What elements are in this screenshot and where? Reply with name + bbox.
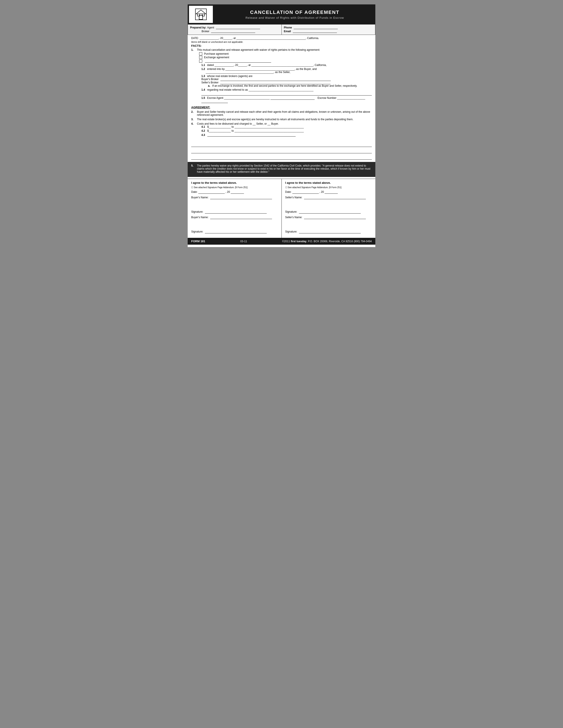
buyer-sig-row: Signature: (191, 210, 278, 214)
buyer-date-year-label: 20 (227, 190, 230, 193)
buyer-sig-label: Signature: (191, 210, 203, 213)
buyer-name2-label: Buyer's Name: (191, 216, 208, 219)
buyer-date-field[interactable] (198, 190, 225, 194)
item3-num: 3. (191, 118, 195, 121)
broker-field[interactable] (211, 30, 255, 33)
checkbox-purchase-box[interactable] (199, 52, 202, 55)
seller-name2-field[interactable] (304, 216, 366, 219)
buyer-date-row: Date: , 20 (191, 190, 278, 194)
prepared-left: Prepared by: Agent Broker (188, 24, 282, 35)
item1-text: This mutual cancellation and release agr… (197, 48, 320, 51)
escrow-agent-field[interactable] (270, 96, 315, 100)
seller-sig-field[interactable] (299, 210, 361, 214)
signature-section: I agree to the terms stated above. ☐ See… (188, 179, 375, 238)
sub14-line[interactable] (201, 92, 372, 96)
blank-line-3 (191, 156, 372, 160)
seller-year-field[interactable] (325, 190, 338, 194)
email-field[interactable] (293, 30, 337, 33)
sub14-num: 1.4 (201, 88, 205, 91)
logo-area (188, 4, 214, 24)
brand-name: first tuesday (291, 240, 307, 243)
seller-date-row: Date: , 20 (285, 190, 372, 194)
broker-label: Broker (201, 30, 209, 33)
checkbox-exchange-box[interactable] (199, 56, 202, 59)
footer-address: P.O. BOX 20069, Riverside, CA 92516 (800… (308, 240, 372, 243)
sellers-broker-field[interactable] (220, 81, 331, 84)
house-icon (194, 8, 207, 21)
blank-line-1 (191, 143, 372, 147)
item-5: 5. The parties hereby waive any rights p… (191, 164, 372, 173)
checkbox-purchase-label: Purchase agreement (204, 52, 228, 55)
content-area: DATE: _____________, 20______, at ______… (188, 35, 375, 141)
seller-sig-row: Signature: (285, 210, 372, 214)
item4-text: Costs and fees to be disbursed and charg… (197, 122, 278, 125)
seller-date-field[interactable] (292, 190, 319, 194)
subtitle: Release and Waiver of Rights with Distri… (245, 16, 344, 19)
seller-agree-text: I agree to the terms stated above. (285, 181, 372, 184)
buyer-sig2-label: Signature: (191, 230, 203, 233)
buyers-broker-field[interactable] (220, 78, 331, 81)
item1-num: 1. (191, 48, 195, 104)
seller-name2-row: Seller's Name: (285, 216, 372, 219)
prepared-right: Phone Email (282, 24, 375, 35)
checkbox-exchange: Exchange agreement (199, 56, 372, 59)
buyer-sig2-field[interactable] (205, 230, 267, 233)
phone-field[interactable] (294, 26, 338, 29)
title-block: CANCELLATION OF AGREEMENT Release and Wa… (214, 4, 375, 24)
item4-content: Costs and fees to be disbursed and charg… (197, 122, 372, 137)
broker-line: Broker (190, 30, 279, 33)
seller-name-label: Seller's Name: (285, 196, 303, 199)
sub-1-5: 1.5 Escrow Agent _______________________… (201, 96, 372, 103)
checkbox-other-box[interactable] (199, 60, 202, 63)
seller-sig-label: Signature: (285, 210, 298, 213)
sub-1-1: 1.1 dated _____________, 20______, at __… (201, 64, 372, 67)
sub12-text-b: ________________________________________… (206, 71, 290, 74)
item2-content: Buyer and Seller hereby cancel and relea… (197, 110, 372, 116)
buyer-name2-field[interactable] (210, 216, 272, 219)
sub-1-3-a: a. If an exchange is involved, the first… (208, 84, 372, 87)
buyer-sig2-row: Signature: (191, 230, 278, 233)
seller-sig-section: I agree to the terms stated above. ☐ See… (282, 179, 376, 238)
buyer-agree-text: I agree to the terms stated above. (191, 181, 278, 184)
sub43-field[interactable] (207, 133, 296, 137)
sub12-text: entered into by ________________________… (207, 68, 317, 71)
buyer-name-label: Buyer's Name: (191, 196, 208, 199)
seller-sig2-field[interactable] (299, 230, 361, 233)
item5-num: 5. (191, 164, 195, 173)
sub15-text: Escrow Agent ___________________________… (207, 96, 270, 99)
checkbox-purchase: Purchase agreement (199, 52, 372, 55)
buyer-year-field[interactable] (231, 190, 244, 194)
checkbox-other (199, 59, 372, 63)
item3-text: The real estate broker(s) and escrow age… (197, 118, 353, 121)
sub-1-4: 1.4 regarding real estate referred to as… (201, 88, 372, 96)
item-4: 4. Costs and fees to be disbursed and ch… (191, 122, 372, 137)
escrow-number-field[interactable] (201, 100, 228, 103)
checkbox-group: Purchase agreement Exchange agreement (199, 52, 372, 63)
seller-name-field[interactable] (304, 196, 366, 199)
sub42-num: 4.2 (201, 129, 205, 132)
blank-lines-area (191, 143, 372, 160)
seller-name2-label: Seller's Name: (285, 216, 303, 219)
seller-sig2-row: Signature: (285, 230, 372, 233)
sub11-text: dated _____________, 20______, at ______… (207, 64, 327, 67)
section-5: 5. The parties hereby waive any rights p… (188, 162, 375, 177)
email-label: Email (284, 30, 291, 33)
buyer-see-attached: ☐ See attached Signature Page Addendum. … (191, 186, 278, 189)
phone-line: Phone (284, 26, 373, 29)
agent-field[interactable] (216, 26, 260, 29)
sub13-text: whose real estate brokers (agents) are (207, 75, 252, 78)
checkbox-other-field[interactable] (205, 59, 271, 63)
sub42-text: $_______________ to ____________________… (207, 129, 304, 132)
sellers-broker-label: Seller's Broker (201, 81, 218, 84)
item-1: 1. This mutual cancellation and release … (191, 48, 372, 104)
document-page: CANCELLATION OF AGREEMENT Release and Wa… (188, 4, 375, 247)
item2-num: 2. (191, 110, 195, 116)
buyer-sig-field[interactable] (205, 210, 267, 214)
sub15-num: 1.5 (201, 96, 205, 99)
sub41-text: $_______________ to ____________________… (207, 125, 304, 128)
footer-date: 03-11 (240, 240, 247, 243)
sub-4-3: 4.3 (201, 133, 372, 137)
buyer-name-field[interactable] (210, 196, 272, 199)
escrow-number-label: Escrow Number ___________________ (318, 96, 365, 99)
buyer-name-row: Buyer's Name: (191, 196, 278, 199)
